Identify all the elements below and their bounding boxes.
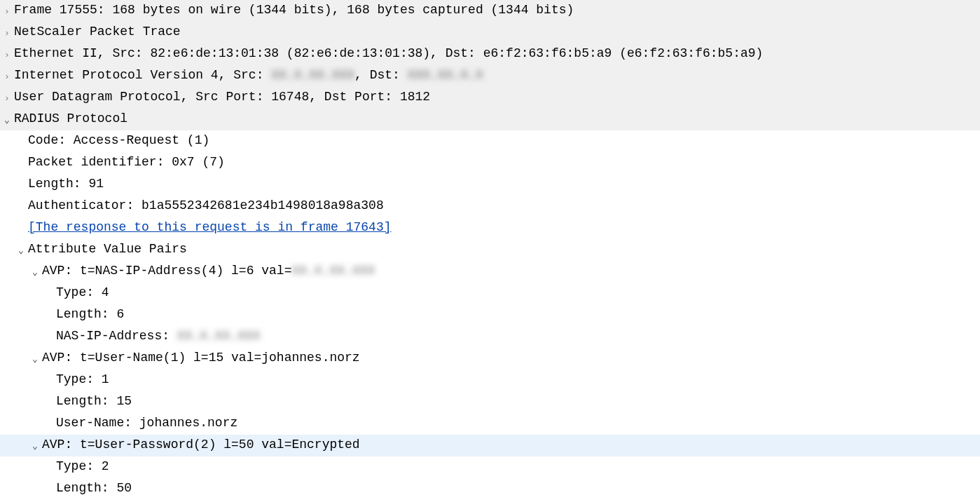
avp-row[interactable]: AVP: t=NAS-IP-Address(4) l=6 val=XX.X.XX… [42, 261, 980, 281]
avp-line-masked: XX.X.XX.XXX [291, 264, 375, 278]
ipv4-prefix: Internet Protocol Version 4, Src: [14, 68, 271, 82]
netscaler-summary[interactable]: NetScaler Packet Trace [14, 22, 980, 42]
avp-type[interactable]: Type: 1 [56, 369, 980, 390]
chevron-right-icon[interactable]: › [0, 87, 14, 109]
chevron-down-icon[interactable]: ⌄ [14, 239, 28, 261]
chevron-right-icon[interactable]: › [0, 43, 14, 65]
radius-header[interactable]: RADIUS Protocol [14, 109, 980, 129]
ipv4-src-masked: XX.X.XX.XXX [271, 68, 354, 82]
ipv4-summary[interactable]: Internet Protocol Version 4, Src: XX.X.X… [14, 65, 980, 86]
avp-value-label: NAS-IP-Address: [56, 329, 177, 343]
avp-type[interactable]: Type: 4 [56, 283, 980, 303]
ipv4-mid: , Dst: [354, 68, 408, 82]
chevron-right-icon[interactable]: › [0, 22, 14, 43]
radius-length[interactable]: Length: 91 [28, 174, 980, 194]
radius-pkt-id[interactable]: Packet identifier: 0x7 (7) [28, 152, 980, 172]
radius-code[interactable]: Code: Access-Request (1) [28, 130, 980, 151]
udp-summary[interactable]: User Datagram Protocol, Src Port: 16748,… [14, 87, 980, 107]
avp-value[interactable]: User-Name: johannes.norz [56, 413, 980, 433]
avp-value-masked: XX.X.XX.XXX [177, 329, 261, 343]
avp-row[interactable]: AVP: t=User-Password(2) l=50 val=Encrypt… [42, 435, 980, 455]
chevron-right-icon[interactable]: › [0, 65, 14, 87]
chevron-down-icon[interactable]: ⌄ [28, 435, 42, 456]
avp-length[interactable]: Length: 50 [56, 478, 980, 495]
chevron-down-icon[interactable]: ⌄ [0, 109, 14, 130]
avp-length[interactable]: Length: 6 [56, 304, 980, 325]
avp-line-prefix: AVP: t=NAS-IP-Address(4) l=6 val= [42, 264, 291, 278]
radius-response-link[interactable]: [The response to this request is in fram… [28, 217, 980, 238]
avp-value[interactable]: NAS-IP-Address: XX.X.XX.XXX [56, 326, 980, 346]
avp-row[interactable]: AVP: t=User-Name(1) l=15 val=johannes.no… [42, 348, 980, 368]
ipv4-dst-masked: XXX.XX.X.X [408, 68, 483, 82]
ethernet-summary[interactable]: Ethernet II, Src: 82:e6:de:13:01:38 (82:… [14, 43, 980, 64]
radius-authenticator[interactable]: Authenticator: b1a5552342681e234b1498018… [28, 196, 980, 216]
chevron-down-icon[interactable]: ⌄ [28, 348, 42, 369]
frame-summary[interactable]: Frame 17555: 168 bytes on wire (1344 bit… [14, 0, 980, 20]
avp-header[interactable]: Attribute Value Pairs [28, 239, 980, 259]
avp-type[interactable]: Type: 2 [56, 456, 980, 477]
avp-length[interactable]: Length: 15 [56, 391, 980, 412]
chevron-down-icon[interactable]: ⌄ [28, 261, 42, 283]
chevron-right-icon[interactable]: › [0, 0, 14, 22]
